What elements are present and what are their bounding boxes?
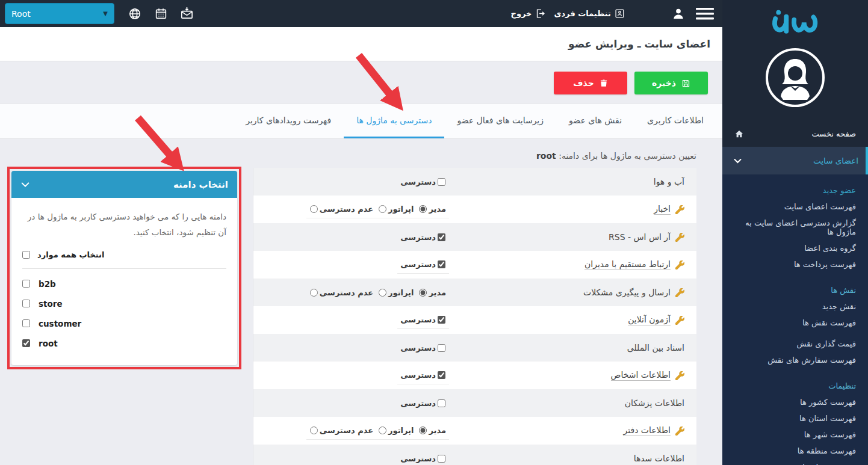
wrench-icon[interactable] [675,427,684,436]
sidebar-submenu-item[interactable]: فهرست اعضای سایت [722,199,868,215]
tab-item[interactable]: اطلاعات کاربری [634,104,716,138]
module-link[interactable]: آر اس اس - RSS [609,232,671,242]
wrench-icon[interactable] [675,371,684,380]
sidebar-submenu-item[interactable]: فهرست کشور ها [722,394,868,410]
tab-active-item[interactable]: دسترسی به ماژول ها [344,104,444,138]
sidebar-submenu: عضو جدیدفهرست اعضای سایتگزارش دسترسی اعض… [722,174,868,465]
access-checkbox[interactable] [438,455,445,463]
wrench-icon[interactable] [675,288,684,297]
module-link[interactable]: آزمون آنلاین [628,315,671,325]
radio-label: اپراتور [388,426,414,435]
sidebar-submenu-item[interactable]: فهرست استان ها [722,410,868,427]
sidebar-submenu-item[interactable]: فهرست پرداخت ها [722,256,868,273]
module-control: دسترسی [397,311,449,329]
access-radio[interactable] [310,205,318,213]
tab-item[interactable]: فهرست رویدادهای کاربر [233,104,344,138]
access-radio-option: عدم دسترسی [309,426,374,435]
site-selector[interactable]: Root ▼ [5,3,114,24]
tab-item[interactable]: نقش های عضو [556,104,634,138]
sidebar-submenu-item[interactable]: گزارش دسترسی اعضای سایت به ماژول ها [722,215,868,240]
access-radio-option: اپراتور [377,288,414,297]
hamburger-menu-icon[interactable] [696,8,714,20]
calendar-icon[interactable] [153,7,168,21]
sidebar-submenu-item[interactable]: فهرست شهر ها [722,427,868,443]
sidebar-item-home[interactable]: صفحه نخست [722,120,868,147]
sidebar: صفحه نخست اعضای سایت عضو جدیدفهرست اعضای… [722,0,868,465]
module-control-cell: دسترسی [253,445,453,465]
select-all-checkbox[interactable] [22,251,30,259]
save-label: ذخیره [652,78,676,88]
domain-checkbox-customer[interactable] [22,319,30,327]
wrench-icon[interactable] [675,316,684,325]
domain-label: store [39,299,63,309]
domain-checkbox-store[interactable] [22,300,30,307]
access-label: دسترسی [400,233,436,242]
logout-label: خروج [511,9,532,18]
module-control-cell: دسترسی [253,334,453,362]
globe-icon[interactable] [128,7,142,21]
mail-download-icon[interactable] [179,7,194,21]
sidebar-item-site-members[interactable]: اعضای سایت [722,147,868,174]
sidebar-submenu-item[interactable]: فهرست منطقه ها [722,443,868,459]
save-button[interactable]: ذخیره [634,72,708,94]
delete-label: حذف [573,78,594,88]
sidebar-submenu-item[interactable]: قیمت گذاری نقش [722,336,868,352]
wrench-icon[interactable] [675,205,684,214]
module-control-cell: عدم دسترسیاپراتورمدیر [253,279,453,306]
sidebar-submenu-item[interactable]: گروه بندی اعضا [722,240,868,256]
sidebar-submenu-item[interactable]: عضو جدید [722,182,868,199]
logout-button[interactable]: خروج [511,8,546,19]
module-control-cell: دسترسی [253,223,453,251]
radio-label: مدیر [429,205,446,214]
module-link[interactable]: ارسال و پیگیری مشکلات [583,288,671,297]
domain-label: customer [39,319,81,328]
module-link[interactable]: اخبار [654,204,671,215]
domain-panel-title: انتخاب دامنه [173,179,228,190]
module-control: عدم دسترسیاپراتورمدیر [306,422,449,440]
module-link[interactable]: ارتباط مستقیم با مدیران [584,259,671,270]
wrench-icon[interactable] [675,260,684,269]
module-label-cell: اطلاعات دفتر [453,425,696,436]
access-radio[interactable] [419,205,427,213]
caret-down-icon: ▼ [103,10,108,17]
access-radio[interactable] [419,289,427,297]
avatar[interactable] [764,47,826,108]
sidebar-submenu-item[interactable]: فهرست محله ها [722,459,868,465]
delete-button[interactable]: حذف [554,72,627,94]
access-checkbox[interactable] [438,233,445,241]
module-link[interactable]: اطلاعات اشخاص [611,370,671,381]
wrench-icon[interactable] [675,233,684,242]
module-label-cell: ارسال و پیگیری مشکلات [453,288,696,297]
domain-panel-header[interactable]: انتخاب دامنه [11,171,237,198]
access-checkbox[interactable] [438,316,445,324]
access-radio[interactable] [379,289,386,297]
user-profile-icon[interactable] [672,7,685,20]
access-radio-option: مدیر [418,205,447,214]
chevron-down-icon [733,156,742,165]
module-link[interactable]: اطلاعات دفتر [623,425,671,436]
domain-checkbox-root[interactable] [22,339,30,347]
access-radio[interactable] [379,205,386,213]
domain-checkbox-b2b[interactable] [22,280,30,288]
access-checkbox[interactable] [438,344,445,352]
access-radio[interactable] [310,427,318,434]
sidebar-submenu-item[interactable]: نقش جدید [722,298,868,315]
access-checkbox[interactable] [438,371,445,379]
site-members-label: اعضای سایت [813,156,858,165]
module-control-cell: دسترسی [253,168,453,196]
module-control-cell: عدم دسترسیاپراتورمدیر [253,196,453,223]
access-checkbox[interactable] [438,399,445,407]
access-checkbox[interactable] [438,260,445,268]
personal-settings-button[interactable]: تنظیمات فردی [554,8,625,19]
access-checkbox[interactable] [438,178,445,186]
access-radio[interactable] [379,427,386,434]
module-label-cell: اسناد بین المللی [453,343,696,353]
access-radio[interactable] [419,427,427,434]
sidebar-submenu-item[interactable]: فهرست نقش ها [722,315,868,331]
sidebar-submenu-item[interactable]: فهرست سفارش های نقش [722,352,868,368]
domain-label: root [39,339,58,348]
domain-label: b2b [39,279,56,289]
tab-item[interactable]: زیرسایت های فعال عضو [444,104,556,138]
module-control: دسترسی [397,339,449,357]
access-radio[interactable] [310,289,318,297]
